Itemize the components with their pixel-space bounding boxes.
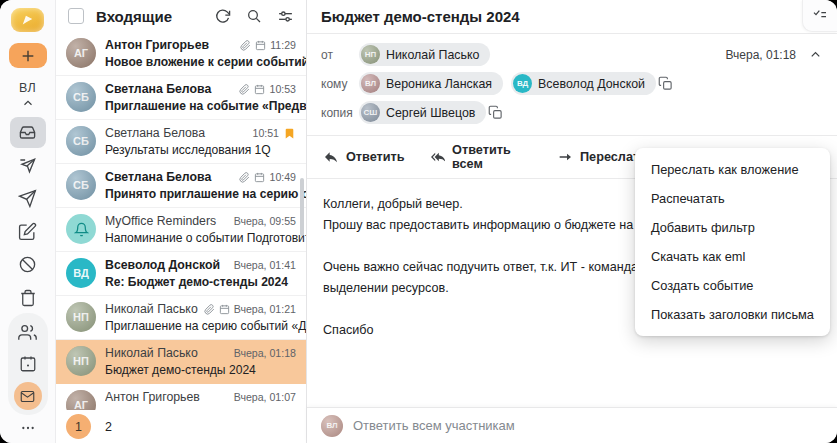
folder-title: Входящие [96,8,206,25]
recipient-chip[interactable]: ВЛВероника Ланская [359,72,503,95]
list-scrollbar-thumb[interactable] [300,178,304,236]
email-list-item[interactable]: АГАнтон Григорьев11:29Новое вложение к с… [56,32,306,76]
sender-name: MyOffice Reminders [105,214,230,228]
recipient-chip[interactable]: СШСергей Швецов [359,101,486,124]
event-calendar-icon [255,40,266,51]
recipient-chip[interactable]: ВДВсеволод Донской [511,72,656,95]
folder-trash-icon[interactable] [10,282,46,313]
attachment-paperclip-icon [240,40,251,51]
compose-new-button[interactable] [9,43,47,68]
context-menu-item[interactable]: Скачать как eml [635,242,830,271]
recipient-name: Всеволод Донской [538,77,645,91]
reply-button[interactable]: Ответить [323,149,405,165]
email-time: Вчера, 01:18 [234,347,296,359]
flag-bookmark-icon [283,127,296,140]
attachment-paperclip-icon [239,84,250,95]
message-context-menu: Переслать как вложениеРаспечататьДобавит… [635,148,830,336]
search-icon[interactable] [246,8,262,24]
email-list-item[interactable]: СБСветлана Белова10:53Приглашение на соб… [56,76,306,120]
calendar-app-icon[interactable] [10,350,46,378]
more-apps-icon[interactable] [20,419,36,437]
quick-reply-bar[interactable]: ВЛ Ответить всем участникам [307,407,837,443]
email-subject: Бюджет демо-стенды 2024 [105,363,256,377]
folder-drafts-icon[interactable] [10,216,46,247]
email-list-item[interactable]: MyOffice RemindersВчера, 09:55Напоминани… [56,208,306,252]
recipient-avatar: ВЛ [361,74,380,93]
app-logo-icon [11,8,44,32]
email-time: 10:49 [269,171,296,183]
folder-spam-icon[interactable] [10,249,46,280]
sender-name: Всеволод Донской [105,258,230,272]
event-calendar-icon [219,304,230,315]
email-list-item[interactable]: СБСветлана Белова10:51Результаты исследо… [56,120,306,164]
sender-avatar: СБ [66,82,96,112]
mail-app-icon[interactable] [14,382,42,410]
copy-recipients-icon[interactable] [658,76,673,91]
email-time: Вчера, 01:07 [234,391,296,403]
email-time: 11:29 [270,39,296,51]
contacts-app-icon[interactable] [10,318,46,346]
sender-name: Антон Григорьев [105,390,230,404]
recipient-name: Николай Пасько [386,48,479,62]
recipient-name: Сергей Швецов [386,106,475,120]
collapse-chevron-up-icon[interactable] [21,96,35,110]
sender-avatar: АГ [66,38,96,68]
filter-sliders-icon[interactable] [277,8,294,25]
cc-label: копия [321,106,359,120]
page-1-button[interactable]: 1 [66,414,91,439]
sender-name: Николай Пасько [105,346,230,360]
context-menu-item[interactable]: Распечатать [635,184,830,213]
context-menu-item[interactable]: Создать событие [635,271,830,300]
email-list-item[interactable]: НПНиколай ПаськоВчера, 01:21Приглашение … [56,296,306,340]
sender-avatar: АГ [66,390,96,410]
page-2-button[interactable]: 2 [105,420,112,434]
email-time: 10:53 [269,83,296,95]
email-list-item[interactable]: НПНиколай ПаськоВчера, 01:18Бюджет демо-… [56,340,306,384]
sender-name: Антон Григорьев [105,38,236,52]
reply-all-button[interactable]: Ответить всем [431,143,531,171]
email-list-item[interactable]: ВДВсеволод ДонскойВчера, 01:41Re: Бюджет… [56,252,306,296]
email-time: Вчера, 09:55 [234,215,296,227]
sender-name: Светлана Белова [105,82,235,96]
app-switcher [8,313,48,437]
app-switcher-pill [8,313,48,415]
folder-nav [10,117,46,313]
email-subject: Новое вложение к серии событий «Аналити.… [105,55,306,69]
folder-sent-icon[interactable] [10,183,46,214]
sender-avatar: СБ [66,170,96,200]
select-all-checkbox[interactable] [68,8,84,24]
quick-reply-placeholder: Ответить всем участникам [353,418,515,433]
context-menu-item[interactable]: Показать заголовки письма [635,300,830,329]
recipient-avatar: ВД [513,74,532,93]
forward-button[interactable]: Переслать [557,149,647,165]
context-menu-item[interactable]: Добавить фильтр [635,213,830,242]
profile-initials[interactable]: ВЛ [19,81,36,95]
recipient-name: Вероника Ланская [386,77,492,91]
event-calendar-icon [254,172,265,183]
email-subject: Напоминание о событии Подготовить отчет.… [105,231,306,245]
recipient-avatar: НП [361,45,380,64]
email-time: 10:51 [252,127,279,139]
refresh-icon[interactable] [214,8,231,25]
sender-name: Николай Пасько [105,302,200,316]
sender-name: Светлана Белова [105,126,248,140]
email-time: Вчера, 01:41 [234,259,296,271]
email-subject: Приглашение на событие «Предварительно..… [105,99,306,113]
folder-inbox-icon[interactable] [10,117,46,148]
current-user-avatar: ВЛ [321,415,343,437]
email-list-item[interactable]: СБСветлана Белова10:49Принято приглашени… [56,164,306,208]
tasks-panel-toggle-icon[interactable] [802,0,837,32]
pagination: 1 2 [56,410,306,443]
email-list-item[interactable]: АГАнтон ГригорьевВчера, 01:07 [56,384,306,410]
collapse-header-chevron-icon[interactable] [808,47,823,62]
folder-outbox-icon[interactable] [10,150,46,181]
recipient-avatar: СШ [361,103,380,122]
recipient-chip[interactable]: НПНиколай Пасько [359,43,490,66]
reminder-bell-avatar [66,214,96,244]
message-meta: от НПНиколай Пасько Вчера, 01:18 кому ВЛ… [307,34,837,136]
context-menu-item[interactable]: Переслать как вложение [635,155,830,184]
app-window: ВЛ [0,0,837,443]
copy-cc-icon[interactable] [488,105,503,120]
sender-avatar: НП [66,302,96,332]
to-label: кому [321,77,359,91]
